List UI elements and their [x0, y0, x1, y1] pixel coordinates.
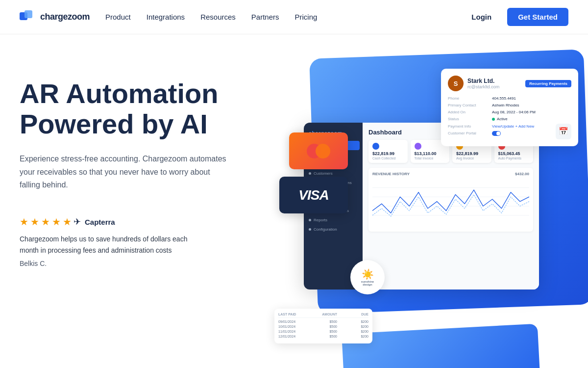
customer-avatar: S: [448, 76, 464, 91]
status-dot: [492, 118, 495, 121]
sunshine-sun-icon: ☀️: [361, 268, 374, 280]
star-2: ★: [30, 216, 39, 228]
cust-field-payment: Payment Info View/Update + Add New: [448, 124, 571, 129]
cell-amt-1: $500: [310, 320, 337, 323]
stat-label-invoice: Total Invoice: [415, 157, 446, 160]
stat-label-cash: Cash Collected: [372, 157, 404, 160]
nav-integrations[interactable]: Integrations: [147, 13, 185, 21]
chart-header: REVENUE HISTORY $432.00: [372, 172, 529, 176]
star-4: ★: [52, 216, 61, 228]
dashboard-main: Dashboard $22,819.99 Cash Collected $13,…: [363, 123, 539, 289]
star-5: ★: [63, 216, 72, 228]
mastercard-logo: [307, 144, 330, 158]
stat-amount-invoice: $13,110.00: [415, 151, 446, 156]
logo[interactable]: chargezoom: [20, 10, 90, 24]
stat-amount-auto: $15,063.45: [498, 151, 530, 156]
customer-card-header: S Stark Ltd. rc@starkltd.com Recurring P…: [448, 76, 571, 91]
hero-subtitle: Experience stress-free accounting. Charg…: [20, 153, 230, 191]
table-header-row: LAST PAID AMOUNT DUE: [278, 313, 368, 318]
revenue-chart: REVENUE HISTORY $432.00: [368, 168, 533, 232]
cell-due-3: $200: [341, 330, 368, 333]
nav-pricing[interactable]: Pricing: [295, 13, 318, 21]
cell-due-4: $200: [341, 335, 368, 338]
login-button[interactable]: Login: [466, 9, 497, 25]
stat-cash: $22,819.99 Cash Collected: [368, 140, 408, 163]
cell-amt-3: $500: [310, 330, 337, 333]
table-row: 12/01/2024 $500 $200: [278, 335, 368, 338]
sunshine-inner: ☀️ sunshinedesign: [361, 268, 374, 286]
sidebar-item-configuration[interactable]: Configuration: [304, 225, 363, 234]
dot-icon: [309, 172, 311, 175]
cust-field-phone: Phone 404.555.4491: [448, 96, 571, 101]
col-last-paid: LAST PAID: [278, 313, 306, 316]
stat-amount-avg: $22,819.99: [456, 151, 488, 156]
stat-amount-cash: $22,819.99: [372, 151, 404, 156]
col-due: DUE: [341, 313, 368, 316]
dot-icon: [309, 228, 311, 231]
chart-svg: [372, 178, 529, 227]
cust-field-added: Added On Aug 08, 2022 - 04:06 PM: [448, 110, 571, 114]
dot-icon: [309, 219, 311, 221]
stat-icon-invoice: [415, 143, 421, 150]
hero-section: AR Automation Powered by AI Experience s…: [0, 34, 588, 368]
nav-resources[interactable]: Resources: [200, 13, 236, 21]
stat-label-auto: Auto Payments: [498, 157, 530, 160]
portal-toggle[interactable]: [492, 131, 501, 136]
customer-fields: Phone 404.555.4491 Primary Contact Ashwi…: [448, 96, 571, 137]
table-row: 10/01/2024 $500 $200: [278, 325, 368, 328]
status-active-indicator: Active: [492, 117, 508, 121]
nav-product[interactable]: Product: [105, 13, 131, 21]
nav-links: Product Integrations Resources Partners …: [105, 13, 466, 21]
sunshine-label: sunshinedesign: [361, 280, 374, 286]
sunshine-badge: ☀️ sunshinedesign: [350, 260, 385, 294]
capterra-plane-icon: ✈: [74, 216, 81, 227]
cust-field-status: Status Active: [448, 117, 571, 122]
cell-date-3: 11/01/2024: [278, 330, 306, 333]
table-row: 09/01/2024 $500 $200: [278, 320, 368, 323]
get-started-button[interactable]: Get Started: [507, 8, 568, 26]
nav-partners[interactable]: Partners: [251, 13, 279, 21]
navbar: chargezoom Product Integrations Resource…: [0, 0, 588, 34]
mc-orange-circle: [316, 144, 330, 158]
stars-row: ★ ★ ★ ★ ★ ✈ Capterra: [20, 216, 265, 228]
customer-name-wrap: Stark Ltd. rc@starkltd.com: [467, 78, 525, 89]
calendar-icon: 📅: [556, 124, 571, 139]
col-amount: AMOUNT: [310, 313, 337, 316]
cell-date-2: 10/01/2024: [278, 325, 306, 328]
hero-review: ★ ★ ★ ★ ★ ✈ Capterra Chargezoom helps us…: [20, 216, 265, 267]
cell-amt-2: $500: [310, 325, 337, 328]
star-1: ★: [20, 216, 28, 228]
cell-date-4: 12/01/2024: [278, 335, 306, 338]
table-row: 11/01/2024 $500 $200: [278, 330, 368, 333]
svg-rect-1: [24, 10, 32, 18]
visa-logo-text: VISA: [298, 187, 328, 203]
mastercard-card: [289, 132, 348, 169]
cell-due-2: $200: [341, 325, 368, 328]
nav-actions: Login Get Started: [466, 8, 568, 26]
hero-title: AR Automation Powered by AI: [20, 79, 265, 139]
stat-icon-cash: [372, 143, 379, 150]
stat-label-avg: Avg Invoice: [456, 157, 488, 160]
table-card: LAST PAID AMOUNT DUE 09/01/2024 $500 $20…: [274, 309, 372, 343]
chart-amount: $432.00: [515, 172, 529, 176]
cust-field-contact: Primary Contact Ashwin Rhodes: [448, 103, 571, 107]
star-3: ★: [41, 216, 50, 228]
logo-text: chargezoom: [40, 12, 90, 22]
customer-name: Stark Ltd.: [467, 78, 525, 84]
cell-date-1: 09/01/2024: [278, 320, 306, 323]
visa-card: VISA: [279, 177, 348, 213]
review-author: Belkis C.: [20, 260, 265, 267]
sidebar-item-reports[interactable]: Reports: [304, 215, 363, 225]
hero-left: AR Automation Powered by AI Experience s…: [20, 64, 265, 267]
hero-illustration: S Stark Ltd. rc@starkltd.com Recurring P…: [265, 64, 568, 358]
cust-field-portal: Customer Portal: [448, 131, 571, 137]
chart-label: REVENUE HISTORY: [372, 172, 410, 176]
customer-card: S Stark Ltd. rc@starkltd.com Recurring P…: [441, 69, 578, 146]
customer-email: rc@starkltd.com: [467, 84, 525, 89]
capterra-label: Capterra: [85, 218, 115, 226]
review-quote: Chargezoom helps us to save hundreds of …: [20, 234, 206, 256]
cell-due-1: $200: [341, 320, 368, 323]
customer-badge: Recurring Payments: [525, 80, 571, 87]
cell-amt-4: $500: [310, 335, 337, 338]
